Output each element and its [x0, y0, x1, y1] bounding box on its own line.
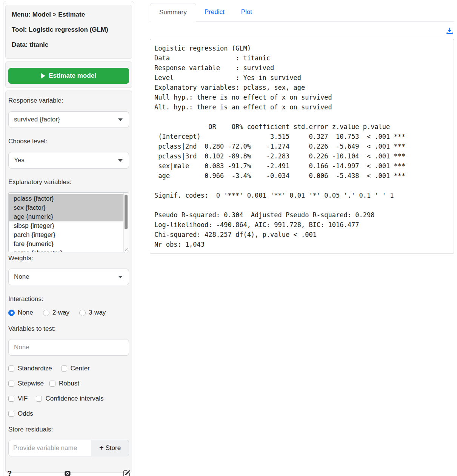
- choose-level-select[interactable]: Yes: [8, 152, 129, 169]
- interactions-label: Interactions:: [8, 295, 129, 303]
- checkbox-standardize[interactable]: Standardize: [8, 365, 52, 372]
- weights-value: None: [14, 273, 29, 281]
- interactions-option-none[interactable]: None: [8, 309, 33, 316]
- explanatory-listbox-items: pclass {factor}sex {factor}age {numeric}…: [9, 193, 123, 252]
- response-variable-label: Response variable:: [8, 97, 129, 104]
- choose-level-value: Yes: [14, 157, 25, 164]
- play-icon: [41, 73, 45, 78]
- plus-icon: +: [99, 444, 104, 451]
- checkbox-icon[interactable]: [8, 365, 14, 372]
- checkbox-odds[interactable]: Odds: [8, 410, 33, 418]
- download-icon[interactable]: [446, 27, 454, 36]
- checkbox-icon[interactable]: [61, 365, 67, 372]
- store-button[interactable]: + Store: [91, 440, 129, 456]
- listbox-option[interactable]: pclass {factor}: [9, 194, 123, 203]
- checkbox-label: Standardize: [18, 365, 52, 372]
- tab-plot[interactable]: Plot: [233, 3, 260, 21]
- checkbox-icon[interactable]: [8, 381, 14, 387]
- option-checkboxes: StandardizeCenterStepwiseRobustVIFConfid…: [8, 364, 129, 424]
- help-icon[interactable]: ?: [7, 470, 12, 476]
- dataset-name: Data: titanic: [12, 41, 126, 49]
- variables-to-test-value: None: [14, 344, 29, 351]
- summary-output: Logistic regression (GLM) Data : titanic…: [150, 39, 454, 254]
- interactions-radio-group: None2-way3-way: [8, 309, 129, 316]
- estimate-model-button[interactable]: Estimate model: [8, 68, 129, 84]
- checkbox-icon[interactable]: [8, 411, 14, 417]
- tab-summary[interactable]: Summary: [150, 3, 196, 22]
- checkbox-label: Center: [71, 365, 90, 372]
- checkbox-label: Stepwise: [18, 380, 44, 387]
- response-variable-select[interactable]: survived {factor}: [8, 111, 129, 128]
- estimate-model-label: Estimate model: [49, 72, 96, 80]
- checkbox-robust[interactable]: Robust: [49, 380, 79, 387]
- edit-report-icon[interactable]: [123, 470, 130, 476]
- checkbox-label: Confidence intervals: [45, 395, 103, 402]
- checkbox-center[interactable]: Center: [61, 365, 90, 372]
- interactions-option-2-way[interactable]: 2-way: [43, 309, 69, 316]
- model-controls-panel: Response variable: survived {factor} Cho…: [5, 91, 132, 473]
- listbox-option[interactable]: sibsp {integer}: [9, 221, 123, 230]
- sidebar: Menu: Model > Estimate Tool: Logistic re…: [3, 1, 134, 476]
- checkbox-row: StepwiseRobust: [8, 379, 129, 388]
- menu-breadcrumb: Menu: Model > Estimate: [12, 11, 126, 18]
- variables-to-test-label: Variables to test:: [8, 325, 129, 333]
- checkbox-row: VIFConfidence intervals: [8, 394, 129, 403]
- checkbox-confidence-intervals[interactable]: Confidence intervals: [36, 395, 103, 402]
- checkbox-label: Robust: [59, 380, 79, 387]
- listbox-option[interactable]: age {numeric}: [9, 212, 123, 221]
- chevron-down-icon: [118, 276, 123, 278]
- scrollbar-thumb[interactable]: [125, 195, 128, 229]
- chevron-down-icon: [118, 159, 123, 162]
- weights-label: Weights:: [8, 255, 129, 262]
- chevron-down-icon: [118, 118, 123, 121]
- variables-to-test-input[interactable]: None: [8, 339, 129, 356]
- response-variable-value: survived {factor}: [14, 116, 60, 123]
- tab-predict[interactable]: Predict: [196, 3, 233, 21]
- radio-label: 3-way: [89, 309, 106, 316]
- explanatory-listbox[interactable]: pclass {factor}sex {factor}age {numeric}…: [8, 192, 129, 252]
- checkbox-label: VIF: [18, 395, 28, 402]
- checkbox-label: Odds: [18, 410, 33, 418]
- store-button-label: Store: [106, 444, 121, 452]
- checkbox-row: StandardizeCenter: [8, 364, 129, 373]
- listbox-option[interactable]: sex {factor}: [9, 203, 123, 212]
- tab-bar: SummaryPredictPlot: [150, 3, 454, 22]
- explanatory-variables-label: Explanatory variables:: [8, 178, 129, 186]
- checkbox-stepwise[interactable]: Stepwise: [8, 380, 44, 387]
- listbox-scrollbar[interactable]: [123, 193, 129, 252]
- camera-icon[interactable]: [64, 470, 71, 476]
- resize-handle-icon[interactable]: [125, 248, 128, 252]
- checkbox-icon[interactable]: [49, 381, 55, 387]
- radio-icon[interactable]: [8, 310, 15, 316]
- checkbox-row: Odds: [8, 409, 129, 418]
- tool-name: Tool: Logistic regression (GLM): [12, 26, 126, 34]
- checkbox-vif[interactable]: VIF: [8, 395, 28, 402]
- store-residuals-input[interactable]: [8, 440, 91, 456]
- radio-label: 2-way: [52, 309, 69, 316]
- radio-label: None: [18, 309, 33, 316]
- store-residuals-group: + Store: [8, 440, 129, 456]
- listbox-option[interactable]: fare {numeric}: [9, 240, 123, 249]
- interactions-option-3-way[interactable]: 3-way: [79, 309, 106, 316]
- checkbox-icon[interactable]: [8, 396, 14, 402]
- listbox-option[interactable]: name {character}: [9, 249, 123, 252]
- estimate-panel: Estimate model: [5, 61, 132, 88]
- store-residuals-label: Store residuals:: [8, 426, 129, 433]
- sidebar-footer: ?: [3, 469, 134, 476]
- listbox-option[interactable]: parch {integer}: [9, 230, 123, 240]
- radio-icon[interactable]: [43, 310, 49, 316]
- model-info-panel: Menu: Model > Estimate Tool: Logistic re…: [5, 5, 132, 59]
- choose-level-label: Choose level:: [8, 138, 129, 145]
- weights-select[interactable]: None: [8, 269, 129, 285]
- radio-icon[interactable]: [79, 310, 86, 316]
- checkbox-icon[interactable]: [36, 396, 42, 402]
